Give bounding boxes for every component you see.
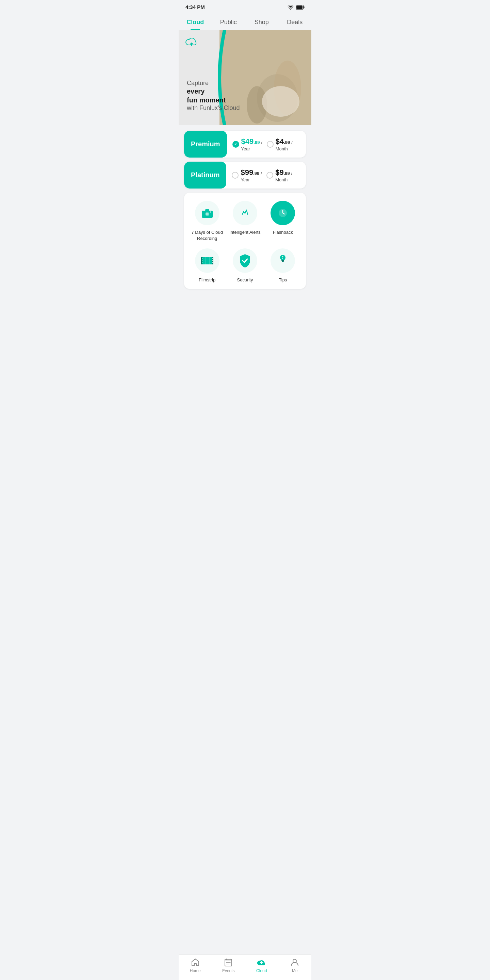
- hero-line4: with Funlux's Cloud: [187, 105, 240, 111]
- svg-rect-18: [202, 258, 202, 259]
- feature-flashback: Flashback: [266, 201, 301, 242]
- battery-icon: [296, 5, 305, 10]
- platinum-label: Platinum: [184, 162, 226, 189]
- premium-label: Premium: [184, 130, 227, 158]
- svg-rect-10: [205, 209, 209, 211]
- platinum-year-radio[interactable]: [232, 172, 239, 179]
- cloud-recording-label: 7 Days of Cloud Recording: [189, 229, 224, 242]
- status-icons: [288, 5, 305, 10]
- clock-icon-wrap: [270, 201, 295, 225]
- tab-deals[interactable]: Deals: [278, 15, 312, 30]
- svg-rect-22: [212, 260, 213, 261]
- platinum-plan-card[interactable]: Platinum $99.99 / Year $9.99 / Month: [184, 162, 306, 189]
- tips-label: Tips: [279, 277, 287, 283]
- shield-label: Security: [237, 277, 253, 283]
- status-bar: 4:34 PM: [179, 0, 311, 13]
- premium-plan-card[interactable]: Premium $49.99 / Year $4.99 / Month: [184, 130, 306, 158]
- feature-cloud-recording: 7 Days of Cloud Recording: [189, 201, 224, 242]
- svg-point-9: [206, 213, 208, 215]
- clock-icon: [276, 207, 289, 220]
- plans-section: Premium $49.99 / Year $4.99 / Month: [179, 125, 311, 191]
- alerts-icon: [239, 207, 251, 219]
- platinum-year-option[interactable]: $99.99 / Year: [232, 168, 266, 182]
- premium-year-price: $49.99 / Year: [241, 137, 267, 151]
- svg-rect-27: [282, 260, 284, 261]
- feature-intelligent-alerts: Intelligent Alerts: [227, 201, 262, 242]
- svg-point-6: [262, 86, 299, 117]
- feature-filmstrip: Filmstrip: [189, 248, 224, 283]
- platinum-month-option[interactable]: $9.99 / Month: [266, 168, 301, 182]
- wifi-icon: [288, 5, 294, 10]
- feature-shield: Security: [227, 248, 262, 283]
- svg-point-11: [210, 211, 211, 213]
- filmstrip-icon-wrap: [195, 248, 220, 273]
- svg-rect-20: [202, 262, 202, 263]
- premium-month-price: $4.99 / Month: [275, 137, 301, 151]
- premium-month-radio[interactable]: [267, 141, 274, 148]
- tips-icon-wrap: [270, 248, 295, 273]
- shield-icon: [239, 253, 251, 268]
- scroll-area: Capture every fun moment with Funlux's C…: [179, 30, 311, 321]
- svg-rect-23: [212, 262, 213, 263]
- hero-text: Capture every fun moment with Funlux's C…: [187, 80, 240, 111]
- features-grid: 7 Days of Cloud Recording Intelligent Al…: [189, 201, 301, 283]
- camera-icon-wrap: [195, 201, 220, 225]
- svg-rect-28: [282, 261, 284, 262]
- alerts-icon-wrap: [233, 201, 257, 225]
- hero-section: Capture every fun moment with Funlux's C…: [179, 30, 311, 125]
- platinum-pricing: $99.99 / Year $9.99 / Month: [226, 164, 306, 186]
- platinum-year-price: $99.99 / Year: [240, 168, 266, 182]
- svg-rect-1: [296, 5, 302, 9]
- tab-shop[interactable]: Shop: [245, 15, 278, 30]
- flashback-label: Flashback: [273, 229, 293, 235]
- svg-rect-19: [202, 260, 202, 261]
- svg-rect-15: [201, 257, 213, 264]
- platinum-month-price: $9.99 / Month: [275, 168, 301, 182]
- hero-line2-3: every fun moment: [187, 87, 240, 105]
- platinum-month-radio[interactable]: [266, 172, 273, 179]
- tab-public[interactable]: Public: [212, 15, 245, 30]
- features-card: 7 Days of Cloud Recording Intelligent Al…: [184, 192, 306, 289]
- svg-rect-21: [212, 258, 213, 259]
- tabs: Cloud Public Shop Deals: [179, 13, 311, 30]
- premium-year-option[interactable]: $49.99 / Year: [232, 137, 267, 151]
- svg-rect-30: [282, 258, 283, 259]
- premium-month-option[interactable]: $4.99 / Month: [267, 137, 301, 151]
- status-time: 4:34 PM: [185, 4, 205, 10]
- intelligent-alerts-label: Intelligent Alerts: [229, 229, 261, 235]
- premium-pricing: $49.99 / Year $4.99 / Month: [227, 133, 306, 156]
- shield-icon-wrap: [233, 248, 257, 273]
- tab-cloud[interactable]: Cloud: [179, 15, 212, 30]
- svg-point-29: [282, 256, 283, 257]
- feature-tips: Tips: [266, 248, 301, 283]
- tips-icon: [277, 253, 289, 268]
- camera-icon: [201, 208, 213, 218]
- filmstrip-icon: [201, 256, 214, 266]
- hero-line1: Capture: [187, 80, 240, 87]
- premium-year-radio[interactable]: [232, 141, 239, 148]
- filmstrip-label: Filmstrip: [199, 277, 215, 283]
